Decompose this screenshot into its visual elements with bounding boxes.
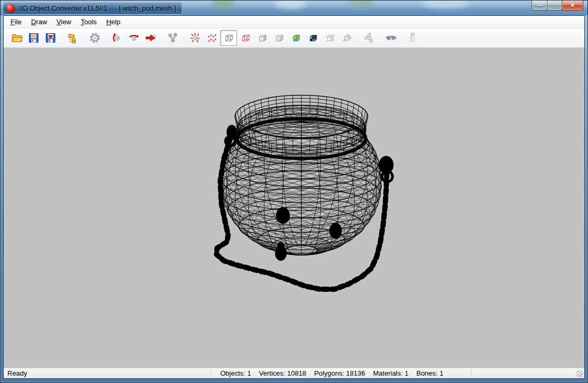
menu-item-view[interactable]: View [52, 16, 76, 27]
batch-convert-button[interactable] [64, 30, 81, 46]
titlebar[interactable]: 3D Object Converter v11.501 [ witch_pod.… [1, 1, 587, 15]
app-icon [6, 4, 15, 13]
resize-grip[interactable] [576, 370, 583, 377]
show-face-normals-button[interactable] [338, 30, 355, 46]
menu-item-file[interactable]: File [6, 16, 26, 27]
folder-tree-icon [66, 32, 79, 44]
anaglyph-stereo-button[interactable] [383, 30, 399, 46]
minimize-button[interactable]: — [532, 1, 547, 11]
viewport-3d[interactable] [4, 48, 584, 368]
show-smooth-shaded-button[interactable] [271, 30, 288, 46]
status-stat-materials: Materials: 1 [373, 369, 408, 377]
app-window: 3D Object Converter v11.501 [ witch_pod.… [0, 0, 588, 383]
show-hidden-line-button[interactable] [237, 30, 254, 46]
explode-cube-icon [189, 32, 201, 44]
glass-reflection [422, 1, 469, 8]
rotate-horizontal-icon [128, 32, 140, 44]
close-button[interactable]: ✕ [562, 1, 583, 11]
window-content: File Draw View Tools Help Ready Objects:… [3, 15, 585, 379]
hierarchy-list-button [405, 30, 422, 46]
floppy-heart-icon [44, 32, 57, 44]
show-textured-button[interactable] [305, 30, 321, 46]
document-name: [ witch_pod.mesh ] [119, 4, 175, 12]
folder-open-icon [11, 32, 23, 44]
settings-button[interactable] [86, 30, 103, 46]
menu-item-tools[interactable]: Tools [76, 16, 101, 27]
titlebar-tab: 3D Object Converter v11.501 [ witch_pod.… [3, 2, 182, 15]
gear-icon [89, 32, 101, 44]
menu-item-help[interactable]: Help [102, 16, 125, 27]
wireframe-cube-icon [222, 32, 235, 44]
statusbar: Ready Objects: 1 Vertices: 10818 Polygon… [4, 368, 584, 378]
rotate-horizontal-button[interactable] [125, 30, 142, 46]
statusbar-right-panel [472, 368, 584, 378]
show-flat-shaded-button[interactable] [254, 30, 271, 46]
vertex-cube-icon [205, 32, 218, 44]
wireframe-cauldron-model [4, 48, 584, 368]
face-normals-icon [340, 32, 353, 44]
glass-reflection [348, 1, 375, 9]
maximize-button[interactable]: □ [547, 1, 562, 11]
rotate-vertical-button[interactable] [109, 30, 125, 46]
convert-arrow-icon [144, 32, 157, 44]
show-wireframe-button[interactable] [220, 30, 237, 46]
status-stats: Objects: 1 Vertices: 10818 Polygons: 181… [212, 368, 471, 378]
save-favorite-button[interactable] [42, 30, 59, 46]
show-vertex-colors-button[interactable] [288, 30, 305, 46]
show-vertex-normals-button[interactable] [321, 30, 338, 46]
menubar: File Draw View Tools Help [4, 16, 584, 28]
flat-cube-icon [256, 32, 269, 44]
bones-icon [166, 32, 179, 44]
glasses-icon [385, 32, 397, 44]
bones-skeleton-button[interactable] [164, 30, 181, 46]
window-title: 3D Object Converter v11.501 [19, 4, 107, 12]
vertex-normals-icon [324, 32, 336, 44]
unfold-icon [362, 32, 375, 44]
status-stat-objects: Objects: 1 [220, 369, 251, 377]
texture-cube-icon [307, 32, 319, 44]
rotate-vertical-icon [111, 32, 123, 44]
point-cloud-button[interactable] [187, 30, 203, 46]
glass-reflection [211, 1, 236, 9]
convert-export-button[interactable] [142, 30, 159, 46]
unfold-faces-button[interactable] [360, 30, 377, 46]
rainbow-cube-icon [290, 32, 302, 44]
save-file-button[interactable] [25, 30, 42, 46]
status-stat-polygons: Polygons: 18136 [314, 369, 365, 377]
status-message: Ready [4, 368, 211, 378]
status-stat-bones: Bones: 1 [416, 369, 443, 377]
pink-wireframe-cube-icon [239, 32, 252, 44]
glass-reflection [275, 1, 306, 9]
window-controls: — □ ✕ [532, 1, 583, 11]
floppy-save-icon [27, 32, 40, 44]
show-vertices-button[interactable] [203, 30, 220, 46]
status-stat-vertices: Vertices: 10818 [259, 369, 307, 377]
menu-item-draw[interactable]: Draw [26, 16, 52, 27]
smooth-cube-icon [273, 32, 286, 44]
open-file-button[interactable] [8, 30, 25, 46]
toolbar [4, 28, 584, 48]
hierarchy-icon [407, 32, 419, 44]
